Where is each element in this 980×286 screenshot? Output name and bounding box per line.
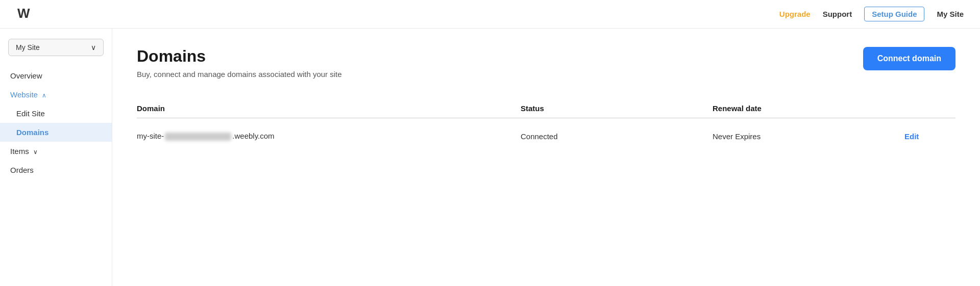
page-header: Domains Buy, connect and manage domains … — [137, 47, 955, 79]
col-header-domain: Domain — [137, 104, 521, 113]
col-header-renewal: Renewal date — [713, 104, 904, 113]
domains-table: Domain Status Renewal date my-site-.weeb… — [137, 99, 955, 152]
items-chevron-icon: ∨ — [33, 148, 38, 155]
renewal-cell: Never Expires — [713, 132, 904, 141]
page-header-text: Domains Buy, connect and manage domains … — [137, 47, 342, 79]
weebly-logo: W — [16, 5, 33, 24]
domain-cell: my-site-.weebly.com — [137, 132, 521, 141]
connect-domain-button[interactable]: Connect domain — [863, 47, 955, 70]
edit-link[interactable]: Edit — [904, 132, 919, 141]
setup-guide-link[interactable]: Setup Guide — [864, 7, 924, 21]
sidebar-item-items[interactable]: Items ∨ — [0, 142, 112, 161]
domain-suffix: .weebly.com — [232, 132, 274, 140]
support-link[interactable]: Support — [823, 10, 852, 18]
top-navigation: W Upgrade Support Setup Guide My Site — [0, 0, 980, 29]
page-title: Domains — [137, 47, 342, 66]
sidebar-item-edit-site[interactable]: Edit Site — [0, 104, 112, 123]
logo-area: W — [16, 5, 33, 24]
sidebar-item-overview[interactable]: Overview — [0, 66, 112, 85]
status-cell: Connected — [521, 132, 713, 141]
col-header-status: Status — [521, 104, 713, 113]
table-row: my-site-.weebly.com Connected Never Expi… — [137, 120, 955, 152]
domain-blurred — [165, 133, 231, 141]
site-selector[interactable]: My Site ∨ — [8, 39, 104, 56]
domain-prefix: my-site- — [137, 132, 164, 140]
table-header: Domain Status Renewal date — [137, 99, 955, 118]
col-header-action — [904, 104, 955, 113]
svg-text:W: W — [17, 6, 30, 21]
site-selector-label: My Site — [16, 43, 40, 51]
my-site-link[interactable]: My Site — [937, 10, 964, 18]
main-content: Domains Buy, connect and manage domains … — [112, 29, 980, 286]
sidebar-item-orders[interactable]: Orders — [0, 161, 112, 179]
action-cell: Edit — [904, 132, 955, 141]
main-layout: My Site ∨ Overview Website ∧ Edit Site D… — [0, 29, 980, 286]
sidebar-item-website[interactable]: Website ∧ — [0, 85, 112, 104]
upgrade-link[interactable]: Upgrade — [779, 10, 811, 18]
site-selector-chevron: ∨ — [91, 43, 96, 51]
page-subtitle: Buy, connect and manage domains associat… — [137, 70, 342, 79]
website-chevron-icon: ∧ — [42, 92, 46, 99]
top-nav-right: Upgrade Support Setup Guide My Site — [779, 7, 964, 21]
sidebar: My Site ∨ Overview Website ∧ Edit Site D… — [0, 29, 112, 286]
sidebar-item-domains[interactable]: Domains — [0, 123, 112, 142]
